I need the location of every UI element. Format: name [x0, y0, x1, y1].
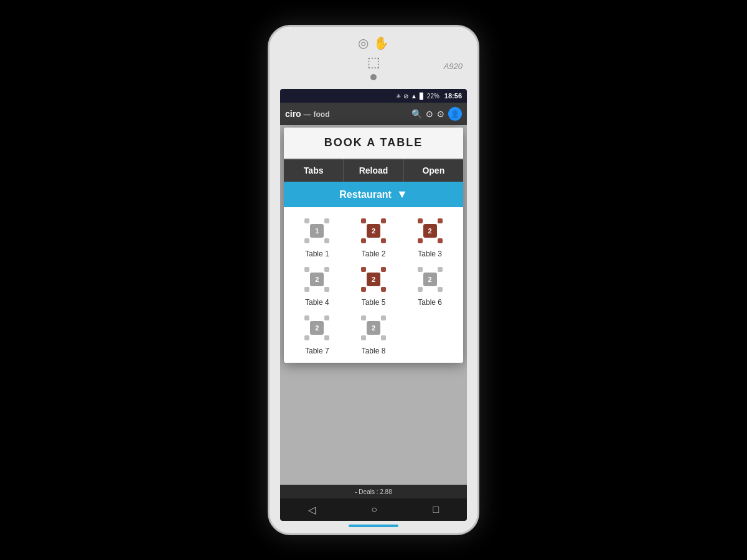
tab-open[interactable]: Open: [404, 159, 463, 182]
tab-reload[interactable]: Reload: [344, 159, 403, 182]
app-header: ciro — food 🔍 ⊙ ⊙ 👤: [280, 103, 467, 125]
tab-tabs[interactable]: Tabs: [284, 159, 344, 182]
battery-pct: 22%: [427, 93, 439, 100]
table-item-6[interactable]: 2 Table 6: [404, 263, 456, 307]
deals-text: - Deals : 2.88: [355, 488, 392, 495]
table-item-1[interactable]: 1 Table 1: [291, 215, 343, 258]
table-icon-2: 2: [357, 215, 390, 247]
clock-icon[interactable]: ⊙: [437, 109, 444, 119]
nfc-area: ◎ ✋: [358, 35, 389, 50]
screen-symbol-icon: ⬚: [367, 54, 380, 70]
table-name-7: Table 7: [305, 347, 329, 355]
status-bar: ✳ ⊘ ▲ ▊ 22% 18:56: [280, 89, 467, 103]
table-name-8: Table 8: [362, 347, 386, 355]
table-name-1: Table 1: [305, 250, 329, 258]
table-item-8[interactable]: 2 Table 8: [348, 312, 400, 355]
battery-icon: ▊: [420, 93, 425, 100]
table-name-4: Table 4: [305, 298, 329, 307]
table-icon-6: 2: [414, 263, 446, 296]
table-item-3[interactable]: 2 Table 3: [404, 215, 456, 258]
header-icons: 🔍 ⊙ ⊙ 👤: [411, 107, 462, 121]
back-button[interactable]: ◁: [308, 504, 316, 516]
device: ◎ ✋ ⬚ A920 ✳ ⊘ ▲ ▊ 22% 18:56 ciro — food: [268, 25, 479, 535]
home-button[interactable]: ○: [371, 504, 377, 515]
hand-icon: ✋: [374, 35, 389, 50]
table-icon-7: 2: [301, 312, 333, 344]
search-icon[interactable]: 🔍: [411, 109, 422, 119]
nav-bar: ◁ ○ □: [280, 498, 467, 521]
nfc-icon: ◎: [358, 35, 369, 50]
table-item-7[interactable]: 2 Table 7: [291, 312, 343, 355]
deals-bar: - Deals : 2.88: [280, 485, 467, 498]
model-label: A920: [444, 62, 463, 71]
tab-bar: Tabs Reload Open: [284, 159, 463, 182]
table-icon-4: 2: [301, 263, 333, 296]
bottom-strip: [349, 525, 398, 527]
table-icon-1: 1: [301, 215, 333, 247]
screen: ✳ ⊘ ▲ ▊ 22% 18:56 ciro — food 🔍 ⊙ ⊙ 👤: [280, 89, 467, 521]
no-sim-icon: ⊘: [403, 93, 408, 100]
book-table-modal: BOOK A TABLE Tabs Reload Open Restaurant…: [284, 128, 463, 363]
app-logo: ciro — food: [285, 109, 329, 119]
camera: [370, 74, 377, 80]
table-name-6: Table 6: [418, 298, 442, 307]
table-name-5: Table 5: [362, 298, 386, 307]
recent-button[interactable]: □: [433, 504, 439, 515]
table-icon-3: 2: [414, 215, 446, 247]
signal-icon: ▲: [411, 93, 417, 100]
table-item-2[interactable]: 2 Table 2: [348, 215, 400, 258]
table-name-2: Table 2: [362, 250, 386, 258]
table-icon-5: 2: [357, 263, 390, 296]
clock: 18:56: [444, 92, 462, 100]
restaurant-dropdown[interactable]: Restaurant ▼: [284, 182, 463, 207]
screen-icon-bar: ⬚: [367, 54, 380, 70]
table-name-3: Table 3: [418, 250, 442, 258]
chevron-down-icon: ▼: [397, 188, 408, 201]
device-top: ◎ ✋ ⬚ A920: [276, 35, 471, 89]
table-item-4[interactable]: 2 Table 4: [291, 263, 343, 307]
modal-overlay: BOOK A TABLE Tabs Reload Open Restaurant…: [280, 125, 467, 485]
refresh-icon[interactable]: ⊙: [426, 109, 433, 119]
dropdown-label: Restaurant: [339, 189, 392, 200]
table-icon-8: 2: [357, 312, 390, 344]
avatar[interactable]: 👤: [448, 107, 462, 121]
tables-grid: 1 Table 1 2 Table 2: [284, 207, 463, 363]
modal-title: BOOK A TABLE: [284, 128, 463, 159]
table-item-5[interactable]: 2 Table 5: [348, 263, 400, 307]
bluetooth-icon: ✳: [396, 93, 401, 100]
